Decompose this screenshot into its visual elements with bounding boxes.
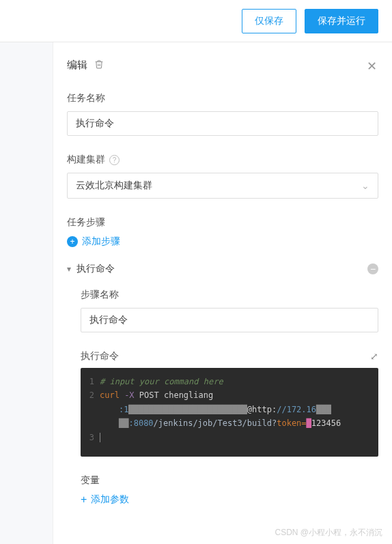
save-only-button[interactable]: 仅保存 [242,9,296,33]
remove-step-icon[interactable]: − [367,263,378,274]
step-title: 执行命令 [76,263,115,275]
cmd-label: 执行命令 [81,350,119,362]
step-name-input[interactable] [81,308,378,332]
add-step-button[interactable]: + 添加步骤 [67,235,378,248]
add-param-button[interactable]: + 添加参数 [81,493,378,506]
task-name-input[interactable] [67,111,378,136]
add-param-label: 添加参数 [91,493,129,506]
plus-icon: + [81,493,87,506]
watermark: CSDN @小程小程，永不消沉 [275,527,382,539]
step-toggle[interactable]: ▾ 执行命令 [67,263,115,275]
left-sidebar [0,42,53,544]
cluster-label: 构建集群 [67,154,105,166]
cluster-value: 云效北京构建集群 [76,180,152,192]
edit-panel: 编辑 ✕ 任务名称 构建集群 ? 云效北京构建集群 ⌄ 任务步骤 + 添 [53,42,392,544]
steps-label: 任务步骤 [67,216,378,229]
trash-icon[interactable] [94,59,104,71]
task-name-label: 任务名称 [67,92,378,104]
step-name-label: 步骤名称 [81,289,378,301]
code-editor[interactable]: 1 # input your command here 2 curl -X PO… [81,368,378,457]
panel-title: 编辑 [67,59,87,72]
close-icon[interactable]: ✕ [367,59,377,74]
save-and-run-button[interactable]: 保存并运行 [305,9,378,33]
cluster-select[interactable]: 云效北京构建集群 ⌄ [67,173,378,199]
top-bar: 仅保存 保存并运行 [0,0,392,42]
help-icon[interactable]: ? [109,155,120,165]
chevron-down-icon: ⌄ [361,180,369,191]
chevron-down-icon: ▾ [67,264,71,274]
expand-icon[interactable]: ⤢ [370,351,378,362]
vars-label: 变量 [81,474,378,487]
plus-circle-icon: + [67,236,78,247]
add-step-label: 添加步骤 [82,235,120,248]
